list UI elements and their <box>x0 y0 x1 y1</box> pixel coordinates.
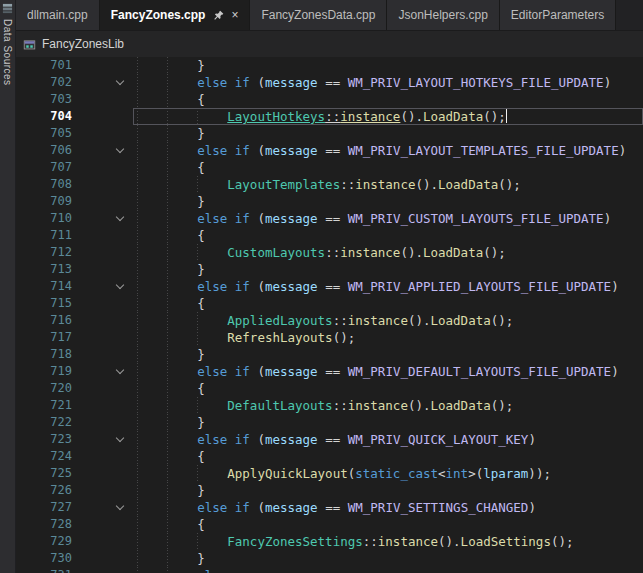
code-line[interactable]: 731else <box>16 567 643 573</box>
code-line[interactable]: 711{ <box>16 227 643 244</box>
tab-jsonhelpers-cpp[interactable]: JsonHelpers.cpp <box>387 0 499 30</box>
code-line[interactable]: 701} <box>16 57 643 74</box>
code-text: AppliedLayouts::instance().LoadData(); <box>137 312 643 329</box>
code-text: } <box>137 414 643 431</box>
tab-fancyzones-cpp[interactable]: FancyZones.cpp × <box>100 0 251 30</box>
code-line[interactable]: 703{ <box>16 91 643 108</box>
line-number[interactable]: 707 <box>16 159 72 176</box>
fold-chevron-icon[interactable] <box>72 278 137 295</box>
fold-chevron-icon[interactable] <box>72 431 137 448</box>
fold-chevron-icon[interactable] <box>72 567 137 573</box>
code-line[interactable]: 724{ <box>16 448 643 465</box>
line-number[interactable]: 708 <box>16 176 72 193</box>
tab-label: FancyZones.cpp <box>111 8 206 22</box>
tab-dllmain-cpp[interactable]: dllmain.cpp <box>16 0 100 30</box>
line-number[interactable]: 715 <box>16 295 72 312</box>
tab-fancyzonesdata-cpp[interactable]: FancyZonesData.cpp <box>250 0 387 30</box>
close-icon[interactable]: × <box>231 9 238 21</box>
code-line[interactable]: 710else if (message == WM_PRIV_CUSTOM_LA… <box>16 210 643 227</box>
line-number[interactable]: 730 <box>16 550 72 567</box>
fold-margin <box>72 193 137 210</box>
line-number[interactable]: 716 <box>16 312 72 329</box>
code-line[interactable]: 726} <box>16 482 643 499</box>
tab-editorparameters[interactable]: EditorParameters <box>500 0 616 30</box>
code-line[interactable]: 712CustomLayouts::instance().LoadData(); <box>16 244 643 261</box>
pin-icon[interactable] <box>213 10 224 21</box>
code-line[interactable]: 707{ <box>16 159 643 176</box>
line-number[interactable]: 725 <box>16 465 72 482</box>
line-number[interactable]: 721 <box>16 397 72 414</box>
line-number[interactable]: 718 <box>16 346 72 363</box>
fold-margin <box>72 533 137 550</box>
code-line[interactable]: 708LayoutTemplates::instance().LoadData(… <box>16 176 643 193</box>
code-text: RefreshLayouts(); <box>137 329 643 346</box>
code-text: { <box>137 516 643 533</box>
line-number[interactable]: 712 <box>16 244 72 261</box>
line-number[interactable]: 711 <box>16 227 72 244</box>
line-number[interactable]: 709 <box>16 193 72 210</box>
tab-label: EditorParameters <box>511 8 604 22</box>
code-line[interactable]: 721DefaultLayouts::instance().LoadData()… <box>16 397 643 414</box>
code-line[interactable]: 705} <box>16 125 643 142</box>
line-number[interactable]: 702 <box>16 74 72 91</box>
line-number[interactable]: 727 <box>16 499 72 516</box>
line-number[interactable]: 724 <box>16 448 72 465</box>
fold-margin <box>72 176 137 193</box>
code-line[interactable]: 720{ <box>16 380 643 397</box>
line-number[interactable]: 720 <box>16 380 72 397</box>
code-text: LayoutHotkeys::instance().LoadData(); <box>137 108 643 125</box>
line-number[interactable]: 706 <box>16 142 72 159</box>
line-number[interactable]: 704 <box>16 108 72 125</box>
code-line[interactable]: 714else if (message == WM_PRIV_APPLIED_L… <box>16 278 643 295</box>
code-line[interactable]: 713} <box>16 261 643 278</box>
code-line[interactable]: 702else if (message == WM_PRIV_LAYOUT_HO… <box>16 74 643 91</box>
fold-chevron-icon[interactable] <box>72 363 137 380</box>
line-number[interactable]: 731 <box>16 567 72 573</box>
fold-chevron-icon[interactable] <box>72 499 137 516</box>
code-line[interactable]: 709} <box>16 193 643 210</box>
line-number[interactable]: 703 <box>16 91 72 108</box>
code-line[interactable]: 727else if (message == WM_PRIV_SETTINGS_… <box>16 499 643 516</box>
code-line[interactable]: 717RefreshLayouts(); <box>16 329 643 346</box>
fold-margin <box>72 397 137 414</box>
line-number[interactable]: 726 <box>16 482 72 499</box>
line-number[interactable]: 714 <box>16 278 72 295</box>
code-line[interactable]: 715{ <box>16 295 643 312</box>
fold-chevron-icon[interactable] <box>72 142 137 159</box>
line-number[interactable]: 713 <box>16 261 72 278</box>
line-number[interactable]: 729 <box>16 533 72 550</box>
navigation-bar[interactable]: FancyZonesLib <box>16 30 643 57</box>
line-number[interactable]: 728 <box>16 516 72 533</box>
line-number[interactable]: 722 <box>16 414 72 431</box>
code-line[interactable]: 723else if (message == WM_PRIV_QUICK_LAY… <box>16 431 643 448</box>
line-number[interactable]: 723 <box>16 431 72 448</box>
fold-chevron-icon[interactable] <box>72 74 137 91</box>
code-line[interactable]: 725ApplyQuickLayout(static_cast<int>(lpa… <box>16 465 643 482</box>
code-text: { <box>137 227 643 244</box>
code-line[interactable]: 716AppliedLayouts::instance().LoadData()… <box>16 312 643 329</box>
fold-margin <box>72 312 137 329</box>
code-line[interactable]: 706else if (message == WM_PRIV_LAYOUT_TE… <box>16 142 643 159</box>
code-line[interactable]: 722} <box>16 414 643 431</box>
code-text: { <box>137 448 643 465</box>
code-line[interactable]: 719else if (message == WM_PRIV_DEFAULT_L… <box>16 363 643 380</box>
sidebar-tab-data-sources[interactable]: Data Sources <box>2 0 13 86</box>
line-number[interactable]: 705 <box>16 125 72 142</box>
code-text: } <box>137 550 643 567</box>
fold-chevron-icon[interactable] <box>72 210 137 227</box>
line-number[interactable]: 719 <box>16 363 72 380</box>
code-text: else if (message == WM_PRIV_SETTINGS_CHA… <box>137 499 643 516</box>
code-line[interactable]: 729FancyZonesSettings::instance().LoadSe… <box>16 533 643 550</box>
code-line[interactable]: 718} <box>16 346 643 363</box>
line-number[interactable]: 717 <box>16 329 72 346</box>
line-number[interactable]: 701 <box>16 57 72 74</box>
line-number[interactable]: 710 <box>16 210 72 227</box>
code-line[interactable]: 730} <box>16 550 643 567</box>
code-line[interactable]: 704LayoutHotkeys::instance().LoadData(); <box>16 108 643 125</box>
code-line[interactable]: 728{ <box>16 516 643 533</box>
code-text: } <box>137 482 643 499</box>
tab-label: JsonHelpers.cpp <box>398 8 487 22</box>
code-text: } <box>137 125 643 142</box>
code-editor[interactable]: 701}702else if (message == WM_PRIV_LAYOU… <box>16 57 643 573</box>
data-sources-icon <box>2 3 13 14</box>
